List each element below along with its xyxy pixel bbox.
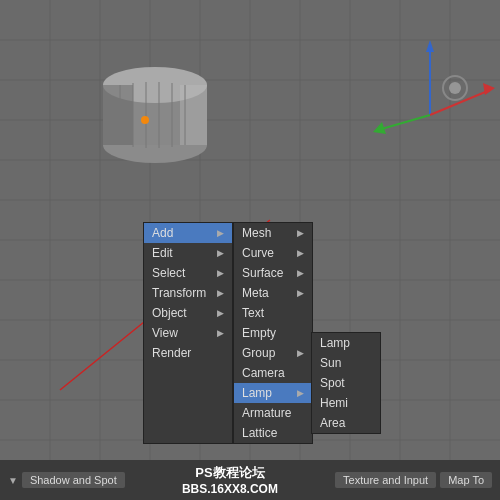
svg-point-27: [443, 76, 467, 100]
menu-item-lamp-area[interactable]: Area: [312, 413, 380, 433]
menu-item-surface[interactable]: Surface ▶: [234, 263, 312, 283]
menu-item-add[interactable]: Add ▶: [144, 223, 232, 243]
viewport: Add ▶ Edit ▶ Select ▶ Transform ▶ Object…: [0, 0, 500, 460]
menu-item-object[interactable]: Object ▶: [144, 303, 232, 323]
menu-item-edit[interactable]: Edit ▶: [144, 243, 232, 263]
menu-item-armature[interactable]: Armature: [234, 403, 312, 423]
svg-rect-30: [103, 85, 207, 145]
menu-item-lattice[interactable]: Lattice: [234, 423, 312, 443]
menu-item-camera[interactable]: Camera: [234, 363, 312, 383]
lamp-submenu-column[interactable]: Lamp Sun Spot Hemi Area: [311, 332, 381, 434]
svg-marker-24: [483, 83, 495, 95]
bottom-bar: ▼ Shadow and Spot PS教程论坛 BBS.16XX8.COM T…: [0, 460, 500, 500]
menu-item-lamp-hemi[interactable]: Hemi: [312, 393, 380, 413]
menu-item-select[interactable]: Select ▶: [144, 263, 232, 283]
svg-marker-22: [426, 40, 434, 52]
menu-item-group[interactable]: Group ▶: [234, 343, 312, 363]
svg-point-40: [141, 116, 149, 124]
shadow-spot-button[interactable]: Shadow and Spot: [22, 472, 125, 488]
menu-item-lamp-sun[interactable]: Sun: [312, 353, 380, 373]
main-menu-column[interactable]: Add ▶ Edit ▶ Select ▶ Transform ▶ Object…: [143, 222, 233, 444]
menu-item-transform[interactable]: Transform ▶: [144, 283, 232, 303]
svg-point-31: [103, 67, 207, 103]
add-submenu-column[interactable]: Mesh ▶ Curve ▶ Surface ▶ Meta ▶ Text Emp…: [233, 222, 313, 444]
menu-item-mesh[interactable]: Mesh ▶: [234, 223, 312, 243]
svg-rect-32: [103, 85, 133, 145]
svg-marker-26: [373, 122, 386, 134]
texture-input-button[interactable]: Texture and Input: [335, 472, 436, 488]
bottom-left-icon: ▼: [8, 475, 18, 486]
svg-line-23: [430, 90, 490, 115]
menu-item-lamp-spot[interactable]: Spot: [312, 373, 380, 393]
menu-item-text[interactable]: Text: [234, 303, 312, 323]
menu-item-meta[interactable]: Meta ▶: [234, 283, 312, 303]
bottom-right-section[interactable]: Texture and Input Map To: [327, 472, 500, 488]
map-to-button[interactable]: Map To: [440, 472, 492, 488]
menu-item-lamp[interactable]: Lamp ▶: [234, 383, 312, 403]
bottom-center-section: PS教程论坛 BBS.16XX8.COM: [133, 464, 327, 496]
menu-item-curve[interactable]: Curve ▶: [234, 243, 312, 263]
menu-item-lamp-lamp[interactable]: Lamp: [312, 333, 380, 353]
bottom-left-section[interactable]: ▼ Shadow and Spot: [0, 472, 133, 488]
menu-item-empty[interactable]: Empty: [234, 323, 312, 343]
menu-item-render[interactable]: Render: [144, 343, 232, 363]
svg-point-29: [103, 127, 207, 163]
svg-rect-33: [180, 85, 207, 145]
svg-point-28: [449, 82, 461, 94]
svg-line-25: [378, 115, 430, 130]
context-menu[interactable]: Add ▶ Edit ▶ Select ▶ Transform ▶ Object…: [143, 222, 313, 444]
menu-item-view[interactable]: View ▶: [144, 323, 232, 343]
